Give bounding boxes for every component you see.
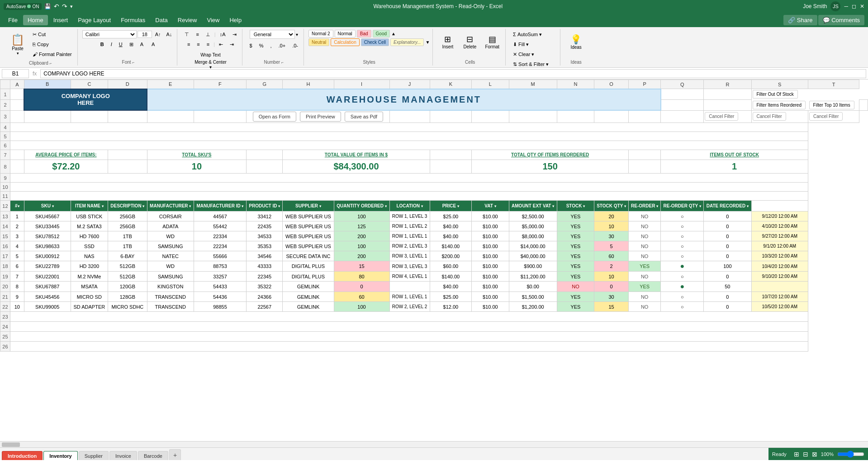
- menu-data[interactable]: Data: [151, 15, 172, 25]
- cell-qty-1[interactable]: 100: [334, 212, 389, 221]
- cell-vat-7[interactable]: $10.00: [472, 272, 509, 282]
- cell-reorder-4[interactable]: NO: [629, 241, 661, 251]
- font-size-decrease[interactable]: A↓: [164, 30, 175, 39]
- row10-empty[interactable]: [10, 183, 808, 192]
- cell-amtext-8[interactable]: $0.00: [509, 282, 557, 292]
- th-date[interactable]: DATE RECORDED ▾: [704, 201, 751, 212]
- cell-qty-10[interactable]: 100: [334, 302, 389, 312]
- cell-amtext-5[interactable]: $40,000.00: [509, 251, 557, 261]
- cell-stockqty-10[interactable]: 15: [594, 302, 629, 312]
- cell-date-3[interactable]: 9/27/20 12:00 AM: [751, 231, 808, 241]
- merge-center-button[interactable]: Merge & Center ▾: [190, 61, 231, 69]
- cell-prodid-7[interactable]: 22345: [247, 272, 283, 282]
- cell-num-10[interactable]: 10: [10, 302, 24, 312]
- cell-stockqty-1[interactable]: 20: [594, 212, 629, 221]
- cell-mfg-9[interactable]: TRANSCEND: [147, 292, 194, 302]
- autosum-button[interactable]: Σ AutoSum ▾: [510, 30, 557, 39]
- cell-desc-2[interactable]: 256GB: [108, 221, 147, 231]
- cell-ref-box[interactable]: [2, 69, 29, 78]
- cell-sku-10[interactable]: SKU99005: [24, 302, 71, 312]
- cell-n3[interactable]: [557, 110, 594, 123]
- copy-button[interactable]: ⎘ Copy: [30, 40, 75, 49]
- cell-t2[interactable]: [859, 100, 868, 111]
- th-desc[interactable]: DESCRIPTION ▾: [108, 201, 147, 212]
- cell-loc-3[interactable]: ROW 1, LEVEL 1: [389, 231, 430, 241]
- text-direction-button[interactable]: ↕A: [217, 30, 228, 39]
- th-qty[interactable]: QUANTITY ORDERED ▾: [334, 201, 389, 212]
- tab-add[interactable]: +: [169, 449, 181, 461]
- cell-vat-6[interactable]: $10.00: [472, 261, 509, 272]
- cell-stock-5[interactable]: YES: [557, 251, 594, 261]
- menu-page-layout[interactable]: Page Layout: [73, 15, 115, 25]
- cancel-filter1-btn[interactable]: Cancel Filter: [705, 112, 738, 121]
- styles-scroll-up[interactable]: ▲: [391, 31, 396, 36]
- cell-date-10[interactable]: 10/5/20 12:00 AM: [751, 302, 808, 312]
- cell-price-3[interactable]: $40.00: [430, 231, 472, 241]
- cell-prodid-2[interactable]: 22435: [247, 221, 283, 231]
- th-reorderqty[interactable]: RE-ORDER QTY ▾: [661, 201, 704, 212]
- cell-mfgid-2[interactable]: 55442: [194, 221, 246, 231]
- cell-stock-6[interactable]: YES: [557, 261, 594, 272]
- cell-c3[interactable]: [71, 110, 108, 123]
- cell-desc-10[interactable]: MICRO SDHC: [108, 302, 147, 312]
- percent-button[interactable]: %: [256, 41, 266, 50]
- cell-vat-3[interactable]: $10.00: [472, 231, 509, 241]
- cell-qty-8[interactable]: 0: [334, 282, 389, 292]
- cell-qty-7[interactable]: 80: [334, 272, 389, 282]
- th-stockqty[interactable]: STOCK QTY ▾: [594, 201, 629, 212]
- cell-sku-9[interactable]: SKU45456: [24, 292, 71, 302]
- cell-desc-7[interactable]: 512GB: [108, 272, 147, 282]
- cell-qty-9[interactable]: 60: [334, 292, 389, 302]
- cell-desc-4[interactable]: 1TB: [108, 241, 147, 251]
- open-as-form-btn[interactable]: Open as Form: [253, 112, 296, 122]
- cell-price-7[interactable]: $140.00: [430, 272, 472, 282]
- cell-mfg-2[interactable]: ADATA: [147, 221, 194, 231]
- cell-itemname-9[interactable]: MICRO SD: [71, 292, 108, 302]
- cell-itemname-10[interactable]: SD ADAPTER: [71, 302, 108, 312]
- font-color-button[interactable]: A: [149, 40, 159, 49]
- cell-q3[interactable]: [661, 110, 704, 123]
- cell-date-5[interactable]: 10/3/20 12:00 AM: [751, 251, 808, 261]
- th-sku[interactable]: SKU ▾: [24, 201, 71, 212]
- wrap-text-button[interactable]: Wrap Text: [190, 51, 231, 59]
- comma-button[interactable]: ,: [267, 41, 274, 50]
- cell-date-9[interactable]: 10/7/20 12:00 AM: [751, 292, 808, 302]
- cell-itemname-7[interactable]: M.2 NVMe: [71, 272, 108, 282]
- cell-date-2[interactable]: 4/10/20 12:00 AM: [751, 221, 808, 231]
- cancel-filter2-btn[interactable]: Cancel Filter: [753, 112, 786, 121]
- cell-itemname-4[interactable]: SSD: [71, 241, 108, 251]
- cell-itemname-3[interactable]: HD 7600: [71, 231, 108, 241]
- row24-empty[interactable]: [10, 322, 808, 332]
- cell-reorderdot-1[interactable]: ○: [661, 212, 704, 221]
- cell-vat-2[interactable]: $10.00: [472, 221, 509, 231]
- cell-sku-8[interactable]: SKU67887: [24, 282, 71, 292]
- cell-qty-5[interactable]: 200: [334, 251, 389, 261]
- cell-loc-6[interactable]: ROW 3, LEVEL 3: [389, 261, 430, 272]
- th-supplier[interactable]: SUPPLIER ▾: [283, 201, 334, 212]
- cell-g8[interactable]: [247, 160, 283, 174]
- cell-stock-9[interactable]: YES: [557, 292, 594, 302]
- cell-reorder-5[interactable]: NO: [629, 251, 661, 261]
- cell-stockqty-3[interactable]: 30: [594, 231, 629, 241]
- cell-desc-5[interactable]: 6-BAY: [108, 251, 147, 261]
- cell-mfg-10[interactable]: TRANSCEND: [147, 302, 194, 312]
- cell-qty-2[interactable]: 125: [334, 221, 389, 231]
- increase-decimal-button[interactable]: .0+: [276, 41, 289, 50]
- outdent-button[interactable]: ⇤: [216, 40, 226, 49]
- cell-supplier-5[interactable]: SECURE DATA INC: [283, 251, 334, 261]
- cell-e3[interactable]: [147, 110, 194, 123]
- cell-reorder-10[interactable]: NO: [629, 302, 661, 312]
- cell-date-8[interactable]: [751, 282, 808, 292]
- cell-d7[interactable]: [108, 150, 147, 160]
- cell-supplier-3[interactable]: WEB SUPPLIER US: [283, 231, 334, 241]
- cell-desc-1[interactable]: 256GB: [108, 212, 147, 221]
- autosave-badge[interactable]: AutoSave ON: [4, 3, 42, 10]
- cell-vat-4[interactable]: $10.00: [472, 241, 509, 251]
- cell-num-6[interactable]: 6: [10, 261, 24, 272]
- cell-stock-7[interactable]: YES: [557, 272, 594, 282]
- cell-m3[interactable]: [509, 110, 557, 123]
- style-calculation[interactable]: Calculation: [331, 38, 359, 46]
- cell-reorder-7[interactable]: NO: [629, 272, 661, 282]
- row4-empty[interactable]: [10, 123, 808, 132]
- clipboard-expand[interactable]: ⌐: [50, 61, 52, 66]
